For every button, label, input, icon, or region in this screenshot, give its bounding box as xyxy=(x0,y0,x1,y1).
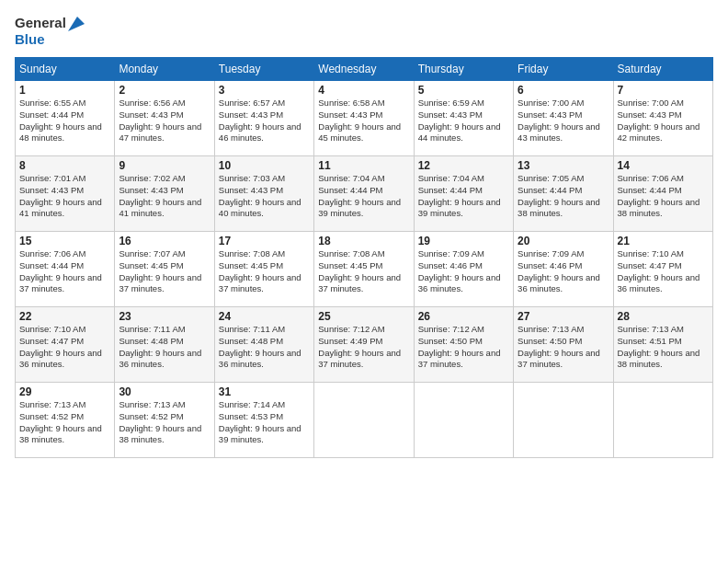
day-number: 13 xyxy=(518,159,609,172)
day-number: 2 xyxy=(119,84,210,97)
day-number: 31 xyxy=(219,385,310,398)
day-info: Sunrise: 7:09 AMSunset: 4:46 PMDaylight:… xyxy=(518,248,609,295)
calendar-cell: 14Sunrise: 7:06 AMSunset: 4:44 PMDayligh… xyxy=(613,156,712,232)
calendar-cell: 1Sunrise: 6:55 AMSunset: 4:44 PMDaylight… xyxy=(16,81,115,156)
day-info: Sunrise: 7:00 AMSunset: 4:43 PMDaylight:… xyxy=(518,98,609,144)
day-info: Sunrise: 7:01 AMSunset: 4:43 PMDaylight:… xyxy=(19,173,110,220)
day-number: 9 xyxy=(119,159,210,172)
day-info: Sunrise: 7:11 AMSunset: 4:48 PMDaylight:… xyxy=(119,324,210,371)
calendar-cell: 15Sunrise: 7:06 AMSunset: 4:44 PMDayligh… xyxy=(16,232,115,307)
day-number: 3 xyxy=(219,84,310,97)
header: General Blue xyxy=(15,15,713,48)
calendar-cell: 3Sunrise: 6:57 AMSunset: 4:43 PMDaylight… xyxy=(214,81,313,156)
logo: General Blue xyxy=(15,15,86,48)
day-number: 29 xyxy=(19,385,110,398)
day-info: Sunrise: 7:13 AMSunset: 4:52 PMDaylight:… xyxy=(119,399,210,446)
calendar-cell: 2Sunrise: 6:56 AMSunset: 4:43 PMDaylight… xyxy=(115,81,214,156)
day-info: Sunrise: 7:10 AMSunset: 4:47 PMDaylight:… xyxy=(618,248,709,295)
day-info: Sunrise: 7:12 AMSunset: 4:50 PMDaylight:… xyxy=(418,324,509,371)
calendar-cell: 24Sunrise: 7:11 AMSunset: 4:48 PMDayligh… xyxy=(214,307,313,383)
day-info: Sunrise: 7:10 AMSunset: 4:47 PMDaylight:… xyxy=(19,324,110,371)
calendar-cell: 5Sunrise: 6:59 AMSunset: 4:43 PMDaylight… xyxy=(414,81,513,156)
day-number: 18 xyxy=(318,235,409,247)
calendar-cell: 21Sunrise: 7:10 AMSunset: 4:47 PMDayligh… xyxy=(613,232,712,307)
calendar-cell xyxy=(314,383,414,458)
day-info: Sunrise: 6:57 AMSunset: 4:43 PMDaylight:… xyxy=(219,98,310,144)
day-info: Sunrise: 7:14 AMSunset: 4:53 PMDaylight:… xyxy=(219,399,310,446)
day-number: 27 xyxy=(518,310,609,323)
day-info: Sunrise: 7:13 AMSunset: 4:52 PMDaylight:… xyxy=(19,399,110,446)
day-number: 30 xyxy=(119,385,210,398)
day-info: Sunrise: 6:55 AMSunset: 4:44 PMDaylight:… xyxy=(19,98,110,144)
day-number: 7 xyxy=(618,84,709,97)
calendar-cell: 11Sunrise: 7:04 AMSunset: 4:44 PMDayligh… xyxy=(314,156,414,232)
day-number: 24 xyxy=(219,310,310,323)
weekday-header: Wednesday xyxy=(314,58,414,81)
day-info: Sunrise: 7:04 AMSunset: 4:44 PMDaylight:… xyxy=(418,173,509,220)
calendar-cell: 9Sunrise: 7:02 AMSunset: 4:43 PMDaylight… xyxy=(115,156,214,232)
day-number: 21 xyxy=(618,235,709,247)
calendar-cell: 30Sunrise: 7:13 AMSunset: 4:52 PMDayligh… xyxy=(115,383,214,458)
weekday-header: Thursday xyxy=(414,58,513,81)
calendar-cell: 8Sunrise: 7:01 AMSunset: 4:43 PMDaylight… xyxy=(16,156,115,232)
calendar-cell: 12Sunrise: 7:04 AMSunset: 4:44 PMDayligh… xyxy=(414,156,513,232)
calendar-cell: 26Sunrise: 7:12 AMSunset: 4:50 PMDayligh… xyxy=(414,307,513,383)
day-info: Sunrise: 7:07 AMSunset: 4:45 PMDaylight:… xyxy=(119,248,210,295)
svg-marker-0 xyxy=(68,17,85,31)
day-info: Sunrise: 7:06 AMSunset: 4:44 PMDaylight:… xyxy=(618,173,709,220)
calendar-cell: 22Sunrise: 7:10 AMSunset: 4:47 PMDayligh… xyxy=(16,307,115,383)
day-info: Sunrise: 7:03 AMSunset: 4:43 PMDaylight:… xyxy=(219,173,310,220)
calendar-cell xyxy=(514,383,613,458)
day-info: Sunrise: 7:04 AMSunset: 4:44 PMDaylight:… xyxy=(318,173,409,220)
calendar-cell: 20Sunrise: 7:09 AMSunset: 4:46 PMDayligh… xyxy=(514,232,613,307)
day-number: 23 xyxy=(119,310,210,323)
day-info: Sunrise: 6:58 AMSunset: 4:43 PMDaylight:… xyxy=(318,98,409,144)
day-info: Sunrise: 7:00 AMSunset: 4:43 PMDaylight:… xyxy=(618,98,709,144)
day-info: Sunrise: 7:11 AMSunset: 4:48 PMDaylight:… xyxy=(219,324,310,371)
day-info: Sunrise: 7:08 AMSunset: 4:45 PMDaylight:… xyxy=(318,248,409,295)
day-info: Sunrise: 7:13 AMSunset: 4:50 PMDaylight:… xyxy=(518,324,609,371)
day-info: Sunrise: 6:56 AMSunset: 4:43 PMDaylight:… xyxy=(119,98,210,144)
day-info: Sunrise: 7:13 AMSunset: 4:51 PMDaylight:… xyxy=(618,324,709,371)
weekday-header: Saturday xyxy=(613,58,712,81)
weekday-header: Sunday xyxy=(16,58,115,81)
day-info: Sunrise: 7:06 AMSunset: 4:44 PMDaylight:… xyxy=(19,248,110,295)
weekday-header: Friday xyxy=(514,58,613,81)
calendar-cell: 13Sunrise: 7:05 AMSunset: 4:44 PMDayligh… xyxy=(514,156,613,232)
calendar-cell: 19Sunrise: 7:09 AMSunset: 4:46 PMDayligh… xyxy=(414,232,513,307)
calendar-cell: 28Sunrise: 7:13 AMSunset: 4:51 PMDayligh… xyxy=(613,307,712,383)
day-number: 28 xyxy=(618,310,709,323)
day-info: Sunrise: 7:09 AMSunset: 4:46 PMDaylight:… xyxy=(418,248,509,295)
day-number: 25 xyxy=(318,310,409,323)
calendar-cell: 18Sunrise: 7:08 AMSunset: 4:45 PMDayligh… xyxy=(314,232,414,307)
calendar-cell: 31Sunrise: 7:14 AMSunset: 4:53 PMDayligh… xyxy=(214,383,313,458)
calendar-cell: 7Sunrise: 7:00 AMSunset: 4:43 PMDaylight… xyxy=(613,81,712,156)
calendar-cell xyxy=(613,383,712,458)
logo-text: General Blue xyxy=(15,15,86,48)
calendar-cell xyxy=(414,383,513,458)
day-number: 8 xyxy=(19,159,110,172)
day-number: 12 xyxy=(418,159,509,172)
day-number: 5 xyxy=(418,84,509,97)
day-number: 6 xyxy=(518,84,609,97)
weekday-header: Tuesday xyxy=(214,58,313,81)
day-number: 22 xyxy=(19,310,110,323)
day-number: 4 xyxy=(318,84,409,97)
calendar-cell: 27Sunrise: 7:13 AMSunset: 4:50 PMDayligh… xyxy=(514,307,613,383)
day-info: Sunrise: 7:05 AMSunset: 4:44 PMDaylight:… xyxy=(518,173,609,220)
day-info: Sunrise: 6:59 AMSunset: 4:43 PMDaylight:… xyxy=(418,98,509,144)
calendar-table: SundayMondayTuesdayWednesdayThursdayFrid… xyxy=(15,57,713,458)
day-info: Sunrise: 7:08 AMSunset: 4:45 PMDaylight:… xyxy=(219,248,310,295)
calendar-container: General Blue SundayMondayTuesdayWednesda… xyxy=(0,0,728,563)
calendar-cell: 16Sunrise: 7:07 AMSunset: 4:45 PMDayligh… xyxy=(115,232,214,307)
day-number: 16 xyxy=(119,235,210,247)
day-number: 14 xyxy=(618,159,709,172)
day-info: Sunrise: 7:02 AMSunset: 4:43 PMDaylight:… xyxy=(119,173,210,220)
calendar-cell: 17Sunrise: 7:08 AMSunset: 4:45 PMDayligh… xyxy=(214,232,313,307)
calendar-cell: 4Sunrise: 6:58 AMSunset: 4:43 PMDaylight… xyxy=(314,81,414,156)
day-number: 17 xyxy=(219,235,310,247)
day-number: 1 xyxy=(19,84,110,97)
calendar-cell: 6Sunrise: 7:00 AMSunset: 4:43 PMDaylight… xyxy=(514,81,613,156)
calendar-cell: 25Sunrise: 7:12 AMSunset: 4:49 PMDayligh… xyxy=(314,307,414,383)
calendar-cell: 29Sunrise: 7:13 AMSunset: 4:52 PMDayligh… xyxy=(16,383,115,458)
